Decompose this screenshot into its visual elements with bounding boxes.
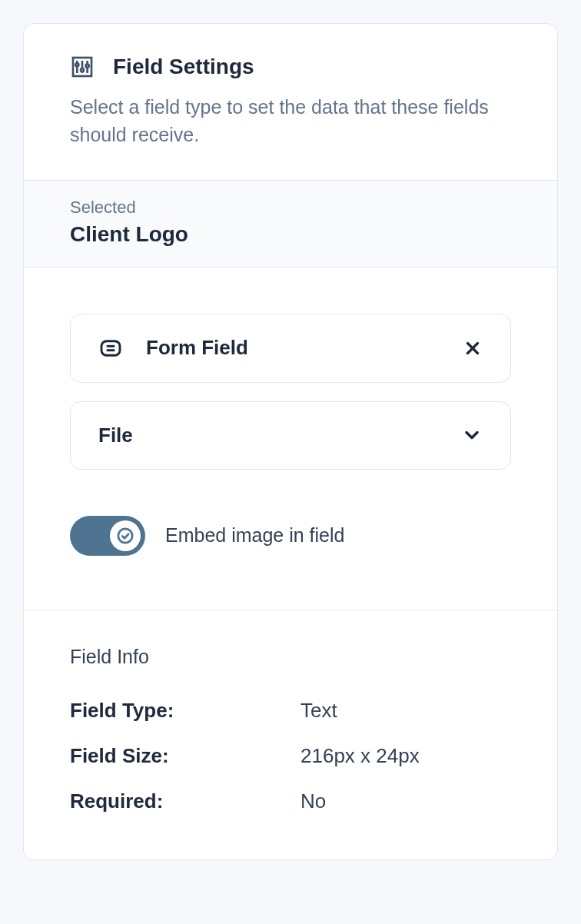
close-icon: [463, 338, 483, 358]
field-type-select[interactable]: File: [70, 401, 511, 470]
info-val: 216px x 24px: [300, 744, 420, 768]
settings-body: Form Field File: [24, 267, 557, 610]
embed-image-label: Embed image in field: [165, 524, 344, 547]
field-type-value: File: [98, 424, 456, 447]
info-val: No: [300, 789, 326, 813]
svg-point-1: [75, 63, 78, 66]
toggle-knob: [110, 520, 141, 551]
selected-block: Selected Client Logo: [24, 180, 557, 267]
svg-point-2: [81, 68, 84, 71]
info-row: Required: No: [70, 789, 511, 813]
info-key: Required:: [70, 789, 300, 813]
clear-form-field-button[interactable]: [456, 338, 483, 358]
info-row: Field Size: 216px x 24px: [70, 744, 511, 768]
info-key: Field Size:: [70, 744, 300, 768]
svg-point-9: [118, 528, 132, 542]
svg-rect-4: [101, 341, 120, 355]
field-info-title: Field Info: [70, 646, 511, 668]
info-val: Text: [300, 699, 337, 723]
field-settings-panel: Field Settings Select a field type to se…: [23, 23, 558, 860]
panel-title: Field Settings: [113, 55, 254, 79]
panel-header: Field Settings Select a field type to se…: [24, 24, 557, 180]
info-key: Field Type:: [70, 699, 300, 723]
chevron-down-icon: [456, 424, 483, 446]
settings-sliders-icon: [70, 55, 95, 79]
embed-image-toggle[interactable]: [70, 516, 145, 556]
info-row: Field Type: Text: [70, 699, 511, 723]
field-info-block: Field Info Field Type: Text Field Size: …: [24, 610, 557, 859]
check-icon: [117, 527, 134, 544]
form-field-label: Form Field: [146, 336, 456, 360]
form-field-input[interactable]: Form Field: [70, 314, 511, 383]
selected-value: Client Logo: [70, 222, 511, 247]
panel-subtitle: Select a field type to set the data that…: [70, 93, 511, 149]
svg-point-3: [86, 65, 89, 68]
selected-label: Selected: [70, 198, 511, 218]
form-field-icon: [98, 336, 124, 361]
